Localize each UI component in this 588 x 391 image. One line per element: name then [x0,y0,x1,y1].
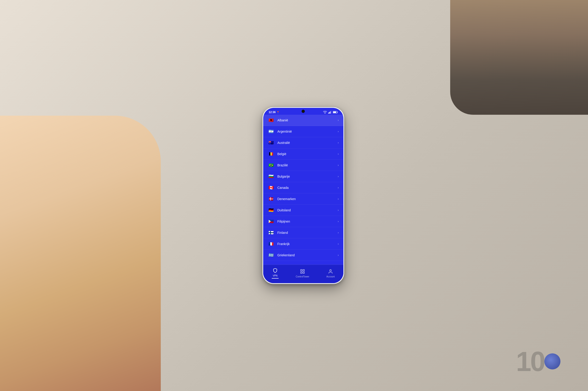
chevron-icon: › [338,141,339,144]
battery-icon [333,111,338,113]
flag-icon: 🇧🇬 [268,173,274,180]
flag-icon: 🇦🇺 [268,139,274,146]
camera-notch [301,110,305,113]
vpn-icon [273,268,278,274]
country-name: Canada [278,186,338,190]
status-time: 12:36 [269,111,276,114]
country-item[interactable]: 🇬🇷 Griekenland › [263,250,343,261]
country-name: Finland [278,231,338,234]
chevron-icon: › [338,152,339,156]
watermark-dot [544,353,561,370]
country-name: Brazilië [278,163,338,167]
country-name: Duitsland [278,208,338,212]
svg-rect-8 [301,269,302,271]
country-item[interactable]: 🇦🇺 Australië › [263,137,343,148]
chevron-icon: › [338,186,339,189]
status-icons [323,111,338,113]
country-name: Australië [278,141,338,145]
country-list: 🇦🇱 Albanië › 🇦🇷 Argentinië › 🇦🇺 Australi… [263,115,343,265]
svg-rect-3 [330,111,330,113]
svg-rect-1 [328,113,329,113]
bottom-nav: VPN ControlTower [263,265,343,283]
country-item[interactable]: 🇦🇱 Albanië › [263,115,343,126]
chevron-icon: › [338,175,339,178]
svg-rect-2 [329,112,330,114]
chevron-icon: › [338,208,339,212]
nav-item-vpn[interactable]: VPN [268,267,282,280]
country-item[interactable]: 🇩🇪 Duitsland › [263,205,343,216]
phone-screen: 12:36 📍 [263,108,343,283]
chevron-icon: › [338,254,339,257]
controltower-label: ControlTower [295,275,309,278]
country-item[interactable]: 🇧🇬 Bulgarije › [263,171,343,182]
flag-icon: 🇵🇭 [268,218,274,225]
svg-rect-9 [303,269,304,271]
background-books [450,0,588,115]
country-name: Albanië [278,118,338,122]
chevron-icon: › [338,231,339,234]
flag-icon: 🇬🇷 [268,252,274,258]
flag-icon: 🇦🇷 [268,128,274,135]
country-item[interactable]: 🇵🇭 Filipijnen › [263,216,343,227]
flag-icon: 🇫🇮 [268,229,274,236]
account-label: Account [326,275,335,278]
chevron-icon: › [338,130,339,133]
nav-item-account[interactable]: Account [323,268,338,279]
svg-rect-11 [303,272,304,273]
country-name: Denemarken [278,197,338,201]
nav-item-controltower[interactable]: ControlTower [292,268,313,279]
pin-icon: 📍 [277,111,279,113]
country-item[interactable]: 🇦🇷 Argentinië › [263,126,343,137]
country-item[interactable]: 🇭🇺 Hongarije › [263,261,343,265]
country-name: België [278,152,338,156]
country-name: Argentinië [278,130,338,133]
svg-rect-6 [337,112,338,113]
flag-icon: 🇩🇪 [268,207,274,213]
flag-icon: 🇦🇱 [268,117,274,123]
svg-rect-7 [333,111,336,113]
hand [0,116,161,391]
wifi-icon [323,111,327,113]
svg-rect-10 [301,272,302,273]
country-item[interactable]: 🇨🇦 Canada › [263,182,343,194]
controltower-icon [300,269,305,275]
flag-icon: 🇩🇰 [268,196,274,202]
account-icon [328,269,333,275]
vpn-label: VPN [273,275,278,277]
country-item[interactable]: 🇫🇮 Finland › [263,227,343,238]
country-item[interactable]: 🇫🇷 Frankrijk › [263,238,343,250]
signal-icon [328,111,331,113]
country-name: Griekenland [278,253,338,257]
chevron-icon: › [338,220,339,223]
svg-point-12 [330,269,331,271]
watermark-text: 10 [516,346,544,377]
country-name: Frankrijk [278,242,338,246]
phone-wrapper: 12:36 📍 [263,107,344,284]
flag-icon: 🇫🇷 [268,241,274,247]
chevron-icon: › [338,119,339,122]
flag-icon: 🇧🇪 [268,151,274,157]
flag-icon: 🇨🇦 [268,185,274,191]
country-name: Bulgarije [278,175,338,178]
watermark: 10 [516,346,561,377]
chevron-icon: › [338,197,339,200]
country-name: Filipijnen [278,220,338,223]
phone-device: 12:36 📍 [263,107,344,284]
country-item[interactable]: 🇧🇪 België › [263,148,343,160]
country-item[interactable]: 🇩🇰 Denemarken › [263,194,343,205]
country-item[interactable]: 🇧🇷 Brazilië › [263,160,343,171]
svg-rect-4 [330,111,331,113]
status-time-area: 12:36 📍 [269,111,280,114]
flag-icon: 🇧🇷 [268,162,274,168]
chevron-icon: › [338,242,339,246]
chevron-icon: › [338,164,339,167]
